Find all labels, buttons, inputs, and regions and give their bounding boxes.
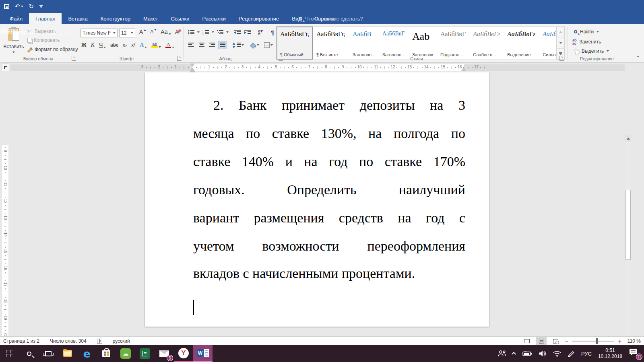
clipboard-dialog-launcher[interactable] [72, 56, 76, 61]
scrollbar-thumb[interactable] [625, 190, 631, 260]
text-effects-button[interactable]: А [140, 42, 147, 48]
tab-label: Макет [143, 16, 158, 22]
tab-Рассылки[interactable]: Рассылки [196, 13, 232, 24]
tab-Конструктор[interactable]: Конструктор [94, 13, 137, 24]
zoom-slider[interactable] [572, 341, 614, 341]
green-book-app-button[interactable] [135, 345, 155, 362]
first-line-indent-marker[interactable] [190, 64, 195, 67]
clock-date: 10.12.2018 [598, 354, 622, 359]
ruler-tick [296, 67, 297, 68]
borders-button[interactable] [262, 41, 275, 49]
align-center-button[interactable] [197, 41, 206, 49]
save-button[interactable] [4, 4, 9, 9]
bold-button[interactable]: Ж [81, 42, 87, 48]
align-left-button[interactable] [187, 41, 196, 49]
read-mode-button[interactable] [522, 337, 532, 345]
word: учетом [193, 239, 234, 254]
underline-dropdown-caret[interactable] [103, 47, 106, 48]
word: депозиты [360, 98, 415, 113]
microsoft-store-button[interactable] [97, 345, 116, 362]
styles-dialog-launcher[interactable] [559, 56, 564, 61]
italic-button[interactable]: К [91, 42, 95, 48]
file-explorer-button[interactable] [58, 345, 77, 362]
proofing-errors-icon[interactable] [97, 339, 102, 343]
web-layout-button[interactable] [551, 337, 561, 345]
windows-ink-pen-icon[interactable] [568, 350, 575, 357]
subscript-button[interactable]: x₂ [123, 42, 127, 48]
page-indicator[interactable]: Страница 1 из 2 [3, 338, 39, 344]
tab-Ссылки[interactable]: Ссылки [165, 13, 196, 24]
tab-Вставка[interactable]: Вставка [62, 13, 94, 24]
ruler-tick [422, 67, 423, 68]
scroll-up-button[interactable] [625, 135, 632, 142]
word: на [304, 154, 317, 169]
language-indicator[interactable]: русский [113, 338, 130, 344]
taskbar-search-button[interactable] [19, 345, 39, 362]
left-indent-marker[interactable] [190, 71, 195, 72]
taskbar-clock[interactable]: 0:51 10.12.2018 [598, 348, 622, 360]
format-painter-button[interactable]: Формат по образцу [27, 47, 78, 52]
tab-Файл[interactable]: Файл [3, 13, 29, 24]
undo-dropdown-caret[interactable] [21, 6, 23, 7]
cloud-app-button[interactable]: ☁ [116, 345, 135, 362]
word-taskbar-button[interactable]: W [193, 345, 213, 362]
wifi-icon[interactable] [553, 351, 561, 357]
document-text[interactable]: 2.Банкпринимаетдепозитына3месяцапоставке… [193, 90, 465, 288]
word-count[interactable]: Число слов: 304 [50, 338, 87, 344]
tab-Макет[interactable]: Макет [137, 13, 165, 24]
zoom-slider-thumb[interactable] [596, 338, 598, 344]
zoom-level[interactable]: 110 % [625, 338, 641, 344]
select-dropdown-caret[interactable] [607, 50, 609, 52]
vertical-ruler[interactable]: 9101112131415161718192021222324 [0, 145, 10, 362]
justify-button[interactable] [218, 41, 227, 49]
customize-quick-access-button[interactable] [39, 5, 43, 8]
print-layout-button[interactable] [536, 337, 547, 345]
highlight-color-button[interactable]: ab [151, 42, 161, 48]
tab-selector-button[interactable] [2, 64, 9, 71]
strikethrough-button[interactable]: abc [110, 42, 118, 48]
line-spacing-button[interactable]: ▲▼ [232, 41, 244, 49]
right-indent-marker[interactable] [461, 68, 466, 71]
undo-button[interactable]: ↶ [15, 3, 23, 10]
hidden-icons-chevron[interactable] [512, 352, 516, 356]
align-right-button[interactable] [208, 41, 217, 49]
ruler-number: 15 [441, 65, 445, 69]
edge-browser-button[interactable]: e [77, 345, 97, 362]
underline-button[interactable]: Ч [99, 42, 106, 48]
vertical-scrollbar[interactable] [625, 135, 631, 362]
tab-Рецензирование[interactable]: Рецензирование [232, 13, 285, 24]
document-page[interactable]: 2.Банкпринимаетдепозитына3месяцапоставке… [145, 72, 489, 327]
paragraph-line: 2.Банкпринимаетдепозитына3 [193, 90, 465, 119]
tell-me-search[interactable]: Что вы хотите сделать? [299, 13, 644, 24]
battery-icon[interactable] [522, 351, 532, 356]
people-icon[interactable] [497, 350, 506, 357]
zoom-out-button[interactable]: − [565, 338, 568, 344]
quick-access-toolbar: ↶ ↻ [4, 0, 644, 13]
hanging-indent-marker[interactable] [190, 68, 195, 71]
shading-button[interactable] [249, 41, 261, 49]
ruler-tick [305, 67, 305, 68]
collapse-ribbon-button[interactable]: ⌃ [636, 55, 640, 61]
superscript-button[interactable]: x² [131, 42, 135, 48]
task-view-button[interactable] [39, 345, 58, 362]
word-icon: W [197, 349, 209, 357]
mail-app-button[interactable]: 5 [155, 345, 174, 362]
font-color-button[interactable]: А [165, 42, 174, 48]
replace-button[interactable]: abac Заменить [572, 39, 601, 45]
tab-Главная[interactable]: Главная [29, 13, 62, 24]
start-button[interactable] [0, 345, 19, 362]
styles-scroll-down-button[interactable] [557, 37, 564, 48]
ruler-tick [447, 67, 448, 68]
redo-button[interactable]: ↻ [29, 3, 34, 10]
action-center-button[interactable]: 11 [629, 348, 640, 359]
volume-icon[interactable] [539, 350, 547, 357]
select-button[interactable]: Выделить [574, 48, 609, 54]
paste-dropdown-caret[interactable] [12, 51, 15, 53]
horizontal-ruler[interactable]: 3211234567891011121314151617 [0, 63, 644, 72]
keyboard-language-indicator[interactable]: РУС [581, 351, 592, 357]
zoom-in-button[interactable]: + [618, 338, 621, 344]
font-dialog-launcher[interactable] [177, 56, 182, 61]
share-button[interactable]: Общий доступ [0, 24, 619, 35]
ruler-tick [184, 66, 184, 69]
yandex-browser-button[interactable]: Y [174, 345, 193, 362]
